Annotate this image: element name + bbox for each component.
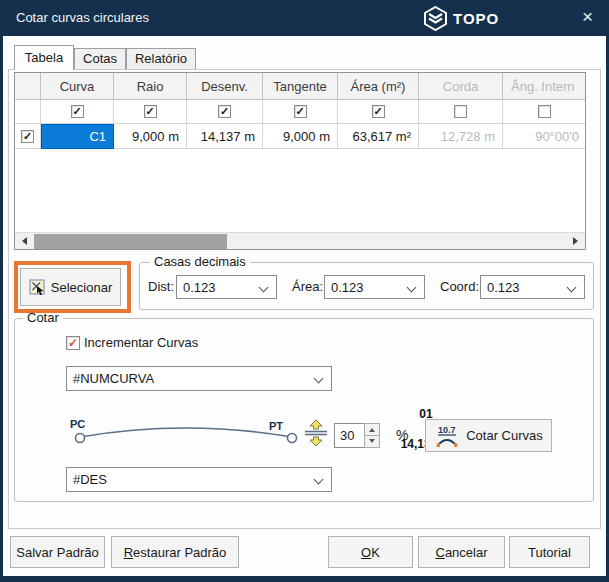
chevron-down-icon xyxy=(407,283,417,293)
restaurar-padrao-button[interactable]: Restaurar Padrão xyxy=(111,536,239,568)
col-header-desenv[interactable]: Desenv. xyxy=(187,73,263,100)
dist-select[interactable]: 0.123 xyxy=(176,275,277,299)
cancelar-button[interactable]: Cancelar xyxy=(418,536,505,568)
coord-label: Coord: xyxy=(440,279,479,294)
ok-button[interactable]: OK xyxy=(328,536,413,568)
numcurva-select[interactable]: #NUMCURVA xyxy=(66,366,332,391)
selecionar-label: Selecionar xyxy=(51,280,112,295)
casas-decimais-group: Casas decimais Dist: 0.123 Área: 0.123 C… xyxy=(139,262,594,310)
cell-raio[interactable]: 9,000 m xyxy=(114,124,187,149)
tab-tabela[interactable]: Tabela xyxy=(14,45,74,70)
col-header-raio[interactable]: Raio xyxy=(114,73,187,100)
area-value: 0.123 xyxy=(331,280,364,295)
cell-curva-selected[interactable]: C1 xyxy=(41,124,114,149)
salvar-padrao-label: Salvar Padrão xyxy=(16,545,98,560)
filter-cell-select xyxy=(15,100,41,124)
area-select[interactable]: 0.123 xyxy=(324,275,425,299)
table-header-row: Curva Raio Desenv. Tangente Área (m²) Co… xyxy=(15,73,585,100)
spin-up-icon[interactable] xyxy=(364,423,380,436)
des-select[interactable]: #DES xyxy=(66,467,332,492)
tangente-column-checkbox[interactable]: ✓ xyxy=(294,105,307,118)
cell-desenv[interactable]: 14,137 m xyxy=(187,124,263,149)
col-header-select xyxy=(15,73,41,100)
col-header-curva[interactable]: Curva xyxy=(41,73,114,100)
scroll-right-icon[interactable] xyxy=(568,233,585,250)
vertical-offset-icon xyxy=(303,417,329,449)
table-row: ✓ C1 9,000 m 14,137 m 9,000 m 63,617 m² … xyxy=(15,124,585,149)
incrementar-curvas-checkbox[interactable]: ✓ xyxy=(66,336,80,350)
pt-label: PT xyxy=(269,420,283,432)
select-cells-icon xyxy=(29,279,46,296)
curve-arc-icon xyxy=(66,405,306,459)
dialog-cotar-curvas: Cotar curvas circulares TOPO × Tabela Co… xyxy=(0,0,609,582)
cotar-curvas-label: Cotar Curvas xyxy=(466,428,543,443)
titlebar: Cotar curvas circulares TOPO × xyxy=(0,0,609,36)
filter-cell: ✓ xyxy=(263,100,338,124)
percent-spinner xyxy=(334,423,380,448)
filter-cell: ✓ xyxy=(187,100,263,124)
dist-value: 0.123 xyxy=(183,280,216,295)
col-header-tangente[interactable]: Tangente xyxy=(263,73,338,100)
spin-down-icon[interactable] xyxy=(364,436,380,448)
cotar-group: Cotar ✓ Incrementar Curvas #NUMCURVA PC … xyxy=(14,318,594,502)
row-select-cell: ✓ xyxy=(15,124,41,149)
area-label: Área: xyxy=(292,279,323,294)
tutorial-label: Tutorial xyxy=(528,545,571,560)
curva-column-checkbox[interactable]: ✓ xyxy=(71,105,84,118)
scrollbar-thumb[interactable] xyxy=(34,234,227,249)
area-column-checkbox[interactable]: ✓ xyxy=(372,105,385,118)
filter-cell: ✓ xyxy=(338,100,419,124)
corda-column-checkbox[interactable] xyxy=(454,105,467,118)
window-border xyxy=(0,576,609,582)
pc-label: PC xyxy=(70,418,85,430)
ang-column-checkbox[interactable] xyxy=(538,105,551,118)
cell-corda[interactable]: 12,728 m xyxy=(419,124,503,149)
percent-input[interactable] xyxy=(334,423,364,448)
window-title: Cotar curvas circulares xyxy=(16,0,149,36)
dimension-curve-icon: 10.7 xyxy=(434,424,460,448)
scroll-left-icon[interactable] xyxy=(15,233,32,250)
tab-relatorio[interactable]: Relatório xyxy=(126,48,196,69)
raio-column-checkbox[interactable]: ✓ xyxy=(144,105,157,118)
brand-text: TOPO xyxy=(453,10,499,27)
col-header-ang-interno[interactable]: Âng. Intern xyxy=(503,73,586,100)
cell-area[interactable]: 63,617 m² xyxy=(338,124,419,149)
filter-cell xyxy=(503,100,586,124)
annotation-highlight-box: Selecionar xyxy=(14,261,131,313)
selecionar-button[interactable]: Selecionar xyxy=(20,268,121,306)
coord-value: 0.123 xyxy=(487,280,520,295)
cell-tangente[interactable]: 9,000 m xyxy=(263,124,338,149)
cell-ang-interno[interactable]: 90°00'0 xyxy=(503,124,586,149)
chevron-down-icon xyxy=(259,283,269,293)
curve-preview: PC PT 01 14,138 m xyxy=(66,405,306,459)
des-value: #DES xyxy=(73,472,107,487)
filter-cell xyxy=(419,100,503,124)
numcurva-value: #NUMCURVA xyxy=(73,371,154,386)
col-header-area[interactable]: Área (m²) xyxy=(338,73,419,100)
percent-symbol: % xyxy=(396,427,408,443)
dist-label: Dist: xyxy=(148,279,174,294)
brand: TOPO xyxy=(424,0,499,36)
close-icon[interactable]: × xyxy=(582,0,593,34)
cotar-curvas-button[interactable]: 10.7 Cotar Curvas xyxy=(425,419,552,452)
salvar-padrao-button[interactable]: Salvar Padrão xyxy=(10,536,105,568)
topo-logo-icon xyxy=(424,6,447,31)
coord-select[interactable]: 0.123 xyxy=(480,275,585,299)
col-header-corda[interactable]: Corda xyxy=(419,73,503,100)
casas-decimais-legend: Casas decimais xyxy=(150,254,250,269)
window-border xyxy=(0,0,3,582)
tutorial-button[interactable]: Tutorial xyxy=(509,536,590,568)
incrementar-curvas-label: Incrementar Curvas xyxy=(84,335,198,350)
chevron-down-icon xyxy=(567,283,577,293)
curves-table: Curva Raio Desenv. Tangente Área (m²) Co… xyxy=(14,72,586,250)
chevron-down-icon xyxy=(314,374,324,384)
chevron-down-icon xyxy=(314,475,324,485)
filter-cell: ✓ xyxy=(114,100,187,124)
table-horizontal-scrollbar[interactable] xyxy=(15,232,585,249)
desenv-column-checkbox[interactable]: ✓ xyxy=(218,105,231,118)
filter-cell: ✓ xyxy=(41,100,114,124)
svg-text:10.7: 10.7 xyxy=(438,425,456,435)
row-checkbox[interactable]: ✓ xyxy=(21,130,34,143)
tab-cotas[interactable]: Cotas xyxy=(74,48,126,69)
scrollbar-track[interactable] xyxy=(32,233,568,250)
